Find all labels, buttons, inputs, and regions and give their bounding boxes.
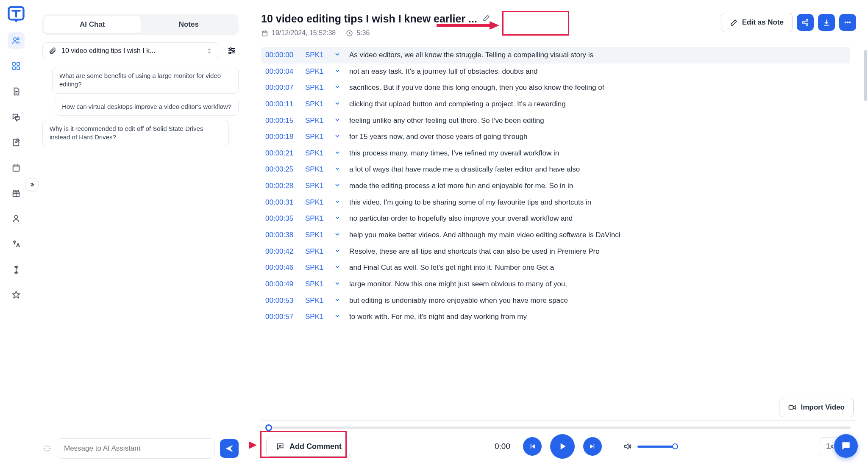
nav-item-premium[interactable]: [8, 286, 25, 303]
transcript-row[interactable]: 00:00:00SPK1As video editors, we all kno…: [261, 47, 850, 64]
nav-item-chats[interactable]: [8, 108, 25, 125]
transcript-time[interactable]: 00:00:15: [265, 116, 299, 126]
progress-thumb[interactable]: [265, 424, 272, 431]
transcript-row[interactable]: 00:00:18SPK1for 15 years now, and over t…: [261, 129, 850, 145]
transcript-speaker[interactable]: SPK1: [305, 246, 326, 257]
transcript-speaker[interactable]: SPK1: [305, 50, 326, 61]
transcript-time[interactable]: 00:00:49: [265, 279, 299, 290]
transcript-expand[interactable]: [331, 181, 343, 188]
transcript-speaker[interactable]: SPK1: [305, 132, 326, 142]
edit-as-note-button[interactable]: Edit as Note: [721, 13, 793, 32]
transcript-row[interactable]: 00:00:49SPK1large monitor. Now this one …: [261, 276, 850, 293]
transcript-time[interactable]: 00:00:35: [265, 213, 299, 224]
volume-icon[interactable]: [623, 442, 632, 451]
transcript-expand[interactable]: [331, 116, 343, 123]
transcript-expand[interactable]: [331, 296, 343, 303]
transcript-time[interactable]: 00:00:57: [265, 312, 299, 322]
transcript-expand[interactable]: [331, 263, 343, 270]
transcript-expand[interactable]: [331, 197, 343, 205]
transcript-expand[interactable]: [331, 164, 343, 172]
transcript-expand[interactable]: [331, 213, 343, 221]
transcript-row[interactable]: 00:00:15SPK1feeling unlike any other fee…: [261, 113, 850, 129]
nav-item-calendar[interactable]: [8, 159, 25, 176]
transcript-speaker[interactable]: SPK1: [305, 148, 326, 159]
transcript-row[interactable]: 00:00:04SPK1not an easy task. It's a jou…: [261, 64, 850, 80]
transcript-list[interactable]: 00:00:00SPK1As video editors, we all kno…: [261, 47, 856, 420]
transcript-expand[interactable]: [331, 312, 343, 319]
transcript-expand[interactable]: [331, 99, 343, 107]
scrollbar[interactable]: [864, 50, 867, 101]
transcript-row[interactable]: 00:00:07SPK1sacrifices. But if you've do…: [261, 80, 850, 96]
transcript-speaker[interactable]: SPK1: [305, 116, 326, 126]
transcript-time[interactable]: 00:00:11: [265, 99, 299, 110]
suggested-prompt[interactable]: How can virtual desktops improve a video…: [55, 98, 239, 116]
suggested-prompt[interactable]: Why is it recommended to edit off of Sol…: [42, 120, 229, 147]
transcript-speaker[interactable]: SPK1: [305, 99, 326, 110]
volume-thumb[interactable]: [672, 443, 678, 449]
transcript-speaker[interactable]: SPK1: [305, 213, 326, 224]
transcript-expand[interactable]: [331, 66, 343, 74]
transcript-speaker[interactable]: SPK1: [305, 296, 326, 306]
transcript-row[interactable]: 00:00:35SPK1no particular order to hopef…: [261, 210, 850, 227]
nav-item-documents[interactable]: [8, 83, 25, 100]
share-button[interactable]: [797, 14, 814, 31]
nav-item-dashboard[interactable]: [8, 58, 25, 75]
transcript-row[interactable]: 00:00:38SPK1help you make better videos.…: [261, 227, 850, 244]
file-selector[interactable]: 10 video editing tips I wish I k...: [42, 42, 219, 59]
transcript-row[interactable]: 00:00:21SPK1this process many, many time…: [261, 145, 850, 162]
transcript-speaker[interactable]: SPK1: [305, 164, 326, 175]
volume-slider[interactable]: [637, 446, 676, 448]
suggested-prompt[interactable]: What are some benefits of using a large …: [52, 67, 239, 94]
transcript-speaker[interactable]: SPK1: [305, 181, 326, 191]
transcript-row[interactable]: 00:00:42SPK1Resolve, these are all tips …: [261, 244, 850, 260]
import-video-button[interactable]: Import Video: [779, 398, 854, 417]
nav-item-gift[interactable]: [8, 185, 25, 202]
transcript-row[interactable]: 00:00:25SPK1a lot of ways that have made…: [261, 161, 850, 178]
sort-filter-button[interactable]: [225, 44, 239, 58]
transcript-time[interactable]: 00:00:21: [265, 148, 299, 159]
prev-button[interactable]: [523, 437, 542, 456]
transcript-speaker[interactable]: SPK1: [305, 230, 326, 241]
transcript-time[interactable]: 00:00:07: [265, 83, 299, 93]
download-button[interactable]: [818, 14, 835, 31]
add-comment-button[interactable]: Add Comment: [266, 437, 351, 457]
nav-item-profile[interactable]: [8, 210, 25, 227]
transcript-time[interactable]: 00:00:31: [265, 197, 299, 208]
more-button[interactable]: [839, 14, 856, 31]
transcript-time[interactable]: 00:00:53: [265, 296, 299, 306]
transcript-expand[interactable]: [331, 132, 343, 139]
transcript-speaker[interactable]: SPK1: [305, 279, 326, 290]
nav-item-language[interactable]: [8, 235, 25, 252]
transcript-row[interactable]: 00:00:28SPK1made the editing process a l…: [261, 178, 850, 194]
nav-item-members[interactable]: [8, 32, 25, 49]
transcript-time[interactable]: 00:00:38: [265, 230, 299, 241]
transcript-expand[interactable]: [331, 279, 343, 287]
transcript-speaker[interactable]: SPK1: [305, 83, 326, 93]
transcript-row[interactable]: 00:00:31SPK1this video, I'm going to be …: [261, 194, 850, 211]
tab-notes[interactable]: Notes: [141, 16, 237, 33]
transcript-time[interactable]: 00:00:18: [265, 132, 299, 142]
transcript-time[interactable]: 00:00:28: [265, 181, 299, 191]
transcript-expand[interactable]: [331, 230, 343, 238]
transcript-row[interactable]: 00:00:46SPK1and Final Cut as well. So le…: [261, 260, 850, 276]
transcript-row[interactable]: 00:00:11SPK1clicking that upload button …: [261, 96, 850, 113]
transcript-row[interactable]: 00:00:57SPK1to work with. For me, it's n…: [261, 309, 850, 325]
next-button[interactable]: [583, 437, 602, 456]
transcript-time[interactable]: 00:00:46: [265, 263, 299, 273]
support-chat-button[interactable]: [834, 434, 858, 458]
nav-item-integrations[interactable]: [8, 261, 25, 278]
transcript-speaker[interactable]: SPK1: [305, 312, 326, 322]
nav-item-notes[interactable]: [8, 134, 25, 151]
chat-input[interactable]: [57, 438, 215, 459]
send-button[interactable]: [220, 439, 239, 458]
app-logo[interactable]: [7, 5, 25, 24]
transcript-time[interactable]: 00:00:00: [265, 50, 299, 61]
transcript-expand[interactable]: [331, 50, 343, 58]
progress-track[interactable]: [266, 426, 851, 429]
transcript-time[interactable]: 00:00:04: [265, 66, 299, 77]
transcript-expand[interactable]: [331, 148, 343, 156]
transcript-expand[interactable]: [331, 83, 343, 90]
transcript-time[interactable]: 00:00:42: [265, 246, 299, 257]
transcript-speaker[interactable]: SPK1: [305, 263, 326, 273]
transcript-speaker[interactable]: SPK1: [305, 66, 326, 77]
